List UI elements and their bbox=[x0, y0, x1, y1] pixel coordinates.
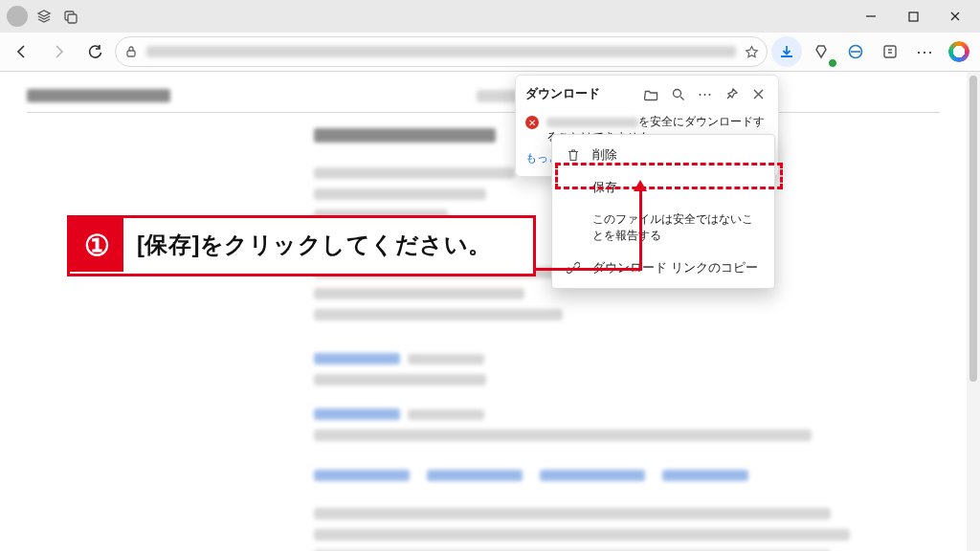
annotation-arrowhead-icon bbox=[634, 180, 647, 191]
forward-button bbox=[42, 36, 75, 67]
blank-icon bbox=[566, 180, 581, 195]
window-controls bbox=[850, 0, 976, 33]
page-viewport bbox=[0, 72, 967, 551]
copilot-icon[interactable] bbox=[944, 36, 974, 67]
site-info-icon[interactable] bbox=[123, 44, 139, 59]
titlebar: × + bbox=[0, 0, 980, 33]
svg-rect-2 bbox=[909, 12, 918, 21]
error-icon: ✕ bbox=[525, 116, 539, 129]
divider bbox=[27, 112, 940, 113]
annotation-callout: ① [保存]をクリックしてください。 bbox=[67, 215, 536, 276]
context-item-delete[interactable]: 削除 bbox=[552, 139, 774, 171]
svg-rect-3 bbox=[127, 51, 135, 56]
profile-avatar[interactable] bbox=[4, 3, 31, 30]
svg-point-6 bbox=[673, 89, 680, 97]
annotation-text: [保存]をクリックしてください。 bbox=[123, 218, 505, 274]
browser-chrome: × + bbox=[0, 0, 980, 72]
minimize-button[interactable] bbox=[850, 0, 892, 33]
context-item-report-unsafe[interactable]: このファイルは安全ではないことを報告する bbox=[552, 204, 774, 252]
svg-rect-1 bbox=[68, 14, 77, 23]
annotation-step-number: ① bbox=[70, 218, 123, 272]
downloads-close-icon[interactable] bbox=[747, 83, 768, 104]
downloads-open-folder-icon[interactable] bbox=[640, 83, 661, 104]
downloads-search-icon[interactable] bbox=[667, 83, 688, 104]
trash-icon bbox=[566, 147, 581, 163]
extensions-icon[interactable] bbox=[806, 36, 836, 67]
tab-actions-icon[interactable] bbox=[57, 3, 84, 30]
maximize-button[interactable] bbox=[892, 0, 934, 33]
address-bar[interactable] bbox=[115, 36, 768, 67]
annotation-leader-horizontal bbox=[536, 268, 641, 271]
downloads-popup-title: ダウンロード bbox=[525, 85, 635, 102]
refresh-button[interactable] bbox=[78, 36, 111, 67]
downloads-more-icon[interactable]: ⋯ bbox=[694, 83, 715, 104]
url-text bbox=[146, 46, 736, 57]
downloads-button[interactable] bbox=[771, 36, 802, 67]
context-item-label: このファイルは安全ではないことを報告する bbox=[592, 211, 761, 244]
download-context-menu: 削除 保存 このファイルは安全ではないことを報告する ダウンロード リンクのコピ… bbox=[551, 134, 775, 289]
viewport-wrap bbox=[0, 72, 980, 551]
context-item-label: 保存 bbox=[592, 179, 761, 196]
annotation-leader-vertical bbox=[639, 189, 642, 271]
context-item-save[interactable]: 保存 bbox=[552, 171, 774, 204]
favorite-icon[interactable] bbox=[744, 44, 759, 59]
workspaces-icon[interactable] bbox=[31, 3, 57, 30]
vertical-scrollbar[interactable] bbox=[967, 72, 980, 551]
downloads-pin-icon[interactable] bbox=[721, 83, 742, 104]
back-button[interactable] bbox=[6, 36, 38, 67]
collections-icon[interactable] bbox=[875, 36, 905, 67]
toolbar: ⋯ bbox=[0, 33, 980, 71]
settings-menu-button[interactable]: ⋯ bbox=[909, 36, 940, 67]
scrollbar-thumb[interactable] bbox=[969, 76, 977, 382]
page-heading bbox=[27, 89, 170, 102]
svg-rect-5 bbox=[884, 46, 896, 57]
close-window-button[interactable] bbox=[934, 0, 976, 33]
ie-mode-icon[interactable] bbox=[840, 36, 871, 67]
blank-icon bbox=[566, 220, 581, 235]
context-item-label: 削除 bbox=[592, 146, 761, 164]
